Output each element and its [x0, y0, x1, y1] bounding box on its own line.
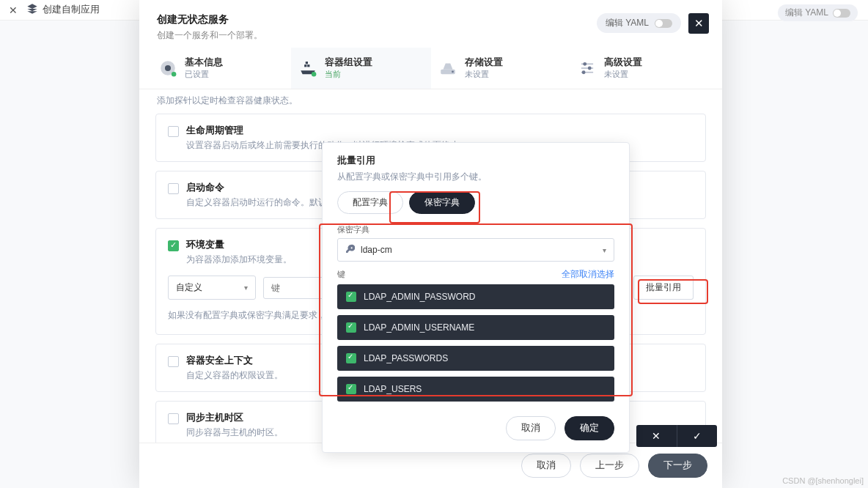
- keys-label: 键: [337, 269, 345, 280]
- outer-close-icon[interactable]: ✕: [9, 4, 18, 16]
- bulk-reference-button[interactable]: 批量引用: [633, 276, 694, 300]
- svg-point-6: [312, 72, 317, 77]
- deselect-all-link[interactable]: 全部取消选择: [562, 269, 614, 280]
- seg-configmap[interactable]: 配置字典: [337, 191, 403, 214]
- tz-checkbox[interactable]: [168, 413, 179, 424]
- svg-point-14: [582, 70, 586, 74]
- svg-point-2: [172, 72, 177, 77]
- app-name: 创建自制应用: [43, 4, 100, 16]
- key-item[interactable]: LDAP_ADMIN_PASSWORD: [337, 284, 614, 309]
- step-basic-info[interactable]: 基本信息已设置: [151, 48, 291, 89]
- sub-dialog-desc: 从配置字典或保密字典中引用多个键。: [323, 167, 629, 191]
- record-icon: [158, 59, 177, 78]
- secret-field-label: 保密字典: [323, 221, 629, 238]
- switch-icon: [833, 9, 850, 18]
- check-icon: [346, 322, 356, 333]
- action-cancel[interactable]: ✕: [636, 425, 677, 447]
- sub-dialog-title: 批量引用: [323, 155, 629, 167]
- probe-hint: 添加探针以定时检查容器健康状态。: [155, 92, 706, 114]
- action-bar: ✕ ✓: [636, 425, 717, 447]
- svg-point-12: [588, 67, 592, 70]
- action-confirm[interactable]: ✓: [677, 425, 718, 447]
- disk-icon: [438, 59, 457, 78]
- check-icon: [346, 384, 356, 394]
- key-icon: [345, 244, 355, 256]
- cancel-button[interactable]: 取消: [521, 454, 571, 478]
- svg-point-1: [165, 65, 171, 71]
- secret-select[interactable]: ldap-cm ▾: [337, 238, 614, 262]
- ship-icon: [298, 59, 317, 78]
- check-icon: [346, 292, 356, 302]
- check-icon: [346, 353, 356, 363]
- svg-rect-3: [304, 64, 306, 67]
- sliders-icon: [578, 59, 597, 78]
- envvar-checkbox[interactable]: [168, 240, 179, 251]
- bulk-reference-dialog: 批量引用 从配置字典或保密字典中引用多个键。 配置字典 保密字典 保密字典 ld…: [322, 142, 630, 453]
- seg-secret[interactable]: 保密字典: [409, 191, 475, 214]
- chevron-down-icon: ▾: [244, 284, 248, 292]
- svg-rect-5: [306, 62, 308, 64]
- step-pod-settings[interactable]: 容器组设置当前: [291, 48, 431, 89]
- lifecycle-checkbox[interactable]: [168, 126, 179, 137]
- svg-point-10: [584, 62, 587, 66]
- svg-rect-4: [307, 64, 309, 67]
- key-item[interactable]: LDAP_USERS: [337, 377, 614, 402]
- sub-ok-button[interactable]: 确定: [564, 416, 614, 440]
- yaml-edit-toggle[interactable]: 编辑 YAML: [597, 13, 681, 33]
- startcmd-checkbox[interactable]: [168, 183, 179, 194]
- top-yaml-toggle[interactable]: 编辑 YAML: [778, 4, 858, 21]
- prev-step-button[interactable]: 上一步: [580, 454, 639, 478]
- watermark: CSDN @[shenhonglei]: [782, 476, 864, 485]
- sub-cancel-button[interactable]: 取消: [506, 416, 556, 440]
- layers-icon: [26, 3, 38, 17]
- key-item[interactable]: LDAP_PASSWORDS: [337, 346, 614, 371]
- step-advanced[interactable]: 高级设置未设置: [570, 48, 710, 89]
- key-item[interactable]: LDAP_ADMIN_USERNAME: [337, 315, 614, 340]
- chevron-down-icon: ▾: [603, 246, 606, 254]
- security-checkbox[interactable]: [168, 356, 179, 367]
- switch-icon: [655, 19, 672, 28]
- step-storage[interactable]: 存储设置未设置: [431, 48, 571, 89]
- env-type-select[interactable]: 自定义 ▾: [168, 276, 256, 300]
- dialog-close-button[interactable]: ✕: [688, 13, 709, 34]
- svg-point-8: [452, 70, 454, 73]
- next-step-button[interactable]: 下一步: [648, 454, 707, 478]
